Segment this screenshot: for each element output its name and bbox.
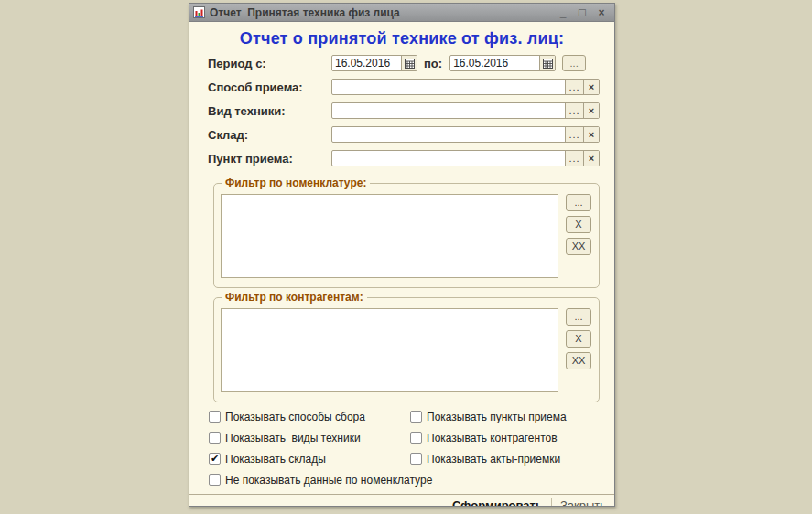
checkbox-show-collection-methods[interactable]: Показывать способы сбора [209,410,410,423]
checkbox-hide-nomenclature-data[interactable]: Не показывать данные по номенклатуре [209,473,410,487]
window-title: Отчет Принятая техника физ лица [210,4,551,22]
close-dialog-button[interactable]: Закрыть [560,498,606,507]
close-button[interactable]: × [594,5,609,21]
clear-icon[interactable]: × [583,80,599,94]
checkbox[interactable] [410,432,422,444]
checkbox-show-acceptance-acts[interactable]: Показывать акты-приемки [410,452,605,466]
field-label: Вид техники: [208,104,331,118]
period-label: Период с: [208,57,331,70]
add-filter-button[interactable]: ... [566,194,591,211]
counterparty-filter-list[interactable] [221,308,558,392]
footer-bar: Сформировать Закрыть [189,494,614,506]
sklad-input[interactable] [332,127,565,142]
checkbox[interactable] [209,474,221,486]
ellipsis-button[interactable]: ... [565,80,583,94]
checkbox-show-reception-points[interactable]: Показывать пункты приема [410,410,605,423]
calendar-icon[interactable] [539,56,555,70]
sposob-priema-input[interactable] [332,80,565,94]
options-right-column: Показывать пункты приема Показывать конт… [410,410,605,494]
counterparty-filter-groupbox: Фильтр по контрагентам: ... X XX [213,297,600,402]
clear-icon[interactable]: × [583,151,599,166]
minimize-button[interactable]: _ [556,5,570,21]
period-to-label: по: [424,57,442,70]
checkbox-checked[interactable]: ✔ [209,453,221,465]
bar-chart-icon [193,6,205,18]
period-to-field [449,55,556,71]
calendar-icon[interactable] [401,56,417,70]
clear-all-filters-button[interactable]: XX [566,352,591,369]
sposob-priema-field: ... × [331,79,600,95]
nomenclature-filter-list[interactable] [221,194,558,278]
period-from-field [331,55,417,71]
titlebar[interactable]: Отчет Принятая техника физ лица _ □ × [189,4,614,22]
sklad-field: ... × [331,126,600,143]
maximize-button[interactable]: □ [575,5,590,21]
field-label: Склад: [208,128,331,142]
page-title: Отчет о принятой технике от физ. лиц: [195,29,609,48]
checkbox[interactable] [410,411,422,423]
checkbox-show-warehouses[interactable]: ✔ Показывать склады [209,452,410,466]
footer-divider [551,498,552,506]
ellipsis-button[interactable]: ... [565,151,583,166]
options-section: Показывать способы сбора Показывать виды… [189,402,614,494]
checkbox-show-counterparties[interactable]: Показывать контрагентов [410,431,605,444]
report-window: Отчет Принятая техника физ лица _ □ × От… [189,3,615,507]
field-row-sposob-priema: Способ приема: ... × [208,79,600,95]
checkbox[interactable] [209,411,221,423]
remove-filter-button[interactable]: X [566,330,591,348]
field-row-sklad: Склад: ... × [208,126,600,143]
period-to-input[interactable] [450,56,539,70]
clear-icon[interactable]: × [583,103,599,118]
field-label: Способ приема: [208,80,331,94]
options-left-column: Показывать способы сбора Показывать виды… [209,410,410,494]
ellipsis-button[interactable]: ... [565,103,583,118]
clear-icon[interactable]: × [583,127,599,142]
remove-filter-button[interactable]: X [566,216,591,233]
vid-tehniki-input[interactable] [332,103,565,118]
add-filter-button[interactable]: ... [566,308,591,326]
dialog-body: Отчет о принятой технике от физ. лиц: Пе… [189,22,614,506]
groupbox-buttons: ... X XX [558,308,591,392]
period-row: Период с: по: [208,55,600,71]
generate-button[interactable]: Сформировать [452,498,543,507]
period-from-input[interactable] [332,56,401,70]
punkt-priema-field: ... × [331,150,600,166]
groupbox-label: Фильтр по контрагентам: [222,291,367,304]
checkbox-show-equipment-types[interactable]: Показывать виды техники [209,431,410,444]
clear-all-filters-button[interactable]: XX [566,238,591,255]
field-label: Пункт приема: [208,152,331,166]
checkbox[interactable] [209,432,221,444]
field-row-vid-tehniki: Вид техники: ... × [208,102,600,119]
groupbox-buttons: ... X XX [558,194,591,278]
punkt-priema-input[interactable] [332,151,565,166]
checkbox[interactable] [410,453,422,465]
vid-tehniki-field: ... × [331,102,600,119]
desktop: { "window": { "title": "Отчет Принятая т… [0,0,812,514]
field-row-punkt-priema: Пункт приема: ... × [208,150,600,166]
nomenclature-filter-groupbox: Фильтр по номенклатуре: ... X XX [213,183,600,288]
ellipsis-button[interactable]: ... [565,127,583,142]
groupbox-label: Фильтр по номенклатуре: [222,177,370,189]
period-settings-button[interactable]: ... [562,55,586,71]
filter-form: Период с: по: [189,55,614,174]
